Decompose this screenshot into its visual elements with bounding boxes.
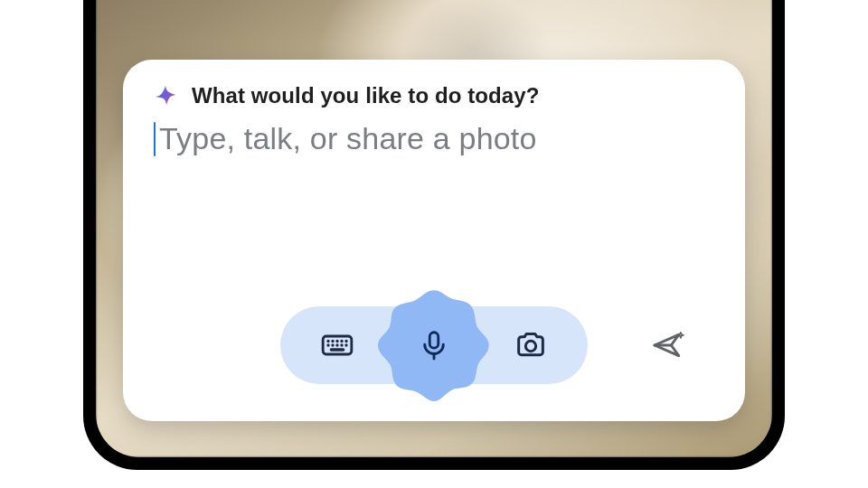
input-placeholder: Type, talk, or share a photo (159, 121, 537, 156)
send-icon (650, 327, 686, 363)
svg-point-14 (525, 341, 535, 351)
camera-button[interactable] (506, 321, 555, 370)
prompt-row: What would you like to do today? (154, 83, 714, 108)
controls-row (154, 291, 714, 399)
keyboard-button[interactable] (313, 321, 362, 370)
assistant-card: What would you like to do today? Type, t… (123, 60, 745, 421)
microphone-button[interactable] (374, 286, 494, 405)
text-input[interactable]: Type, talk, or share a photo (154, 121, 714, 156)
keyboard-icon (319, 327, 355, 363)
svg-rect-12 (429, 333, 439, 348)
stage: What would you like to do today? Type, t… (0, 0, 868, 488)
text-cursor (154, 122, 156, 156)
prompt-text: What would you like to do today? (192, 83, 540, 108)
phone-frame: What would you like to do today? Type, t… (83, 0, 785, 470)
camera-icon (513, 327, 549, 363)
microphone-icon (417, 328, 451, 362)
send-button[interactable] (644, 321, 693, 370)
input-mode-pill (280, 306, 588, 384)
spark-icon (154, 84, 177, 108)
phone-screen: What would you like to do today? Type, t… (96, 0, 772, 457)
